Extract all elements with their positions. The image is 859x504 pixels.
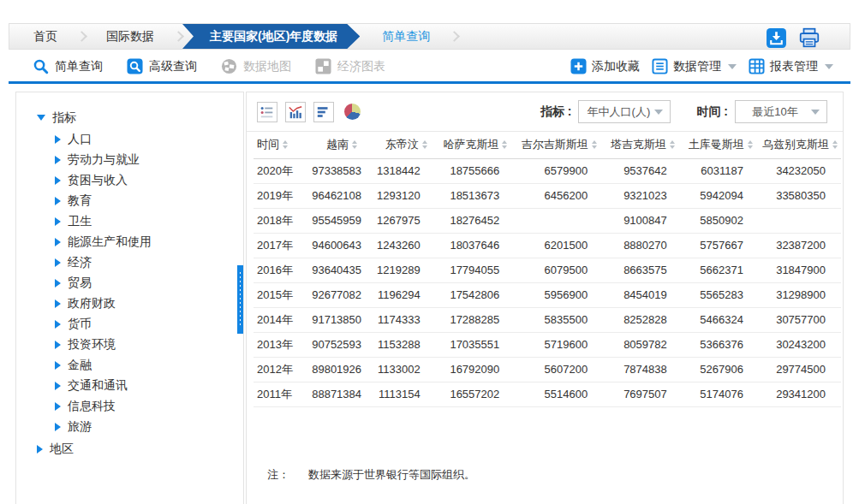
toolbar-simple-query[interactable]: 简单查询 [33, 58, 103, 74]
sidebar-item-7[interactable]: 贸易 [16, 273, 243, 294]
accent-divider [9, 81, 850, 84]
column-label: 土库曼斯坦 [689, 137, 744, 152]
column-header-5[interactable]: 塔吉克斯坦 [603, 132, 683, 158]
column-header-3[interactable]: 哈萨克斯坦 [436, 132, 516, 158]
column-label: 东帝汶 [385, 137, 419, 152]
cell: 18037646 [436, 233, 516, 258]
cell [515, 208, 603, 233]
breadcrumb-home[interactable]: 首页 [9, 24, 66, 49]
toolbar-item-label: 数据地图 [243, 59, 291, 74]
expand-arrow-icon [55, 135, 61, 144]
cell: 8059782 [603, 332, 683, 357]
toolbar-add-favorite[interactable]: 添加收藏 [570, 58, 640, 74]
cell: 90752593 [307, 332, 377, 357]
row-year: 2019年 [254, 183, 307, 208]
sort-icon [352, 140, 357, 149]
expand-arrow-icon [55, 423, 61, 431]
tree-item-label: 经济 [68, 255, 92, 270]
breadcrumb-simple-query[interactable]: 简单查询 [373, 24, 438, 49]
sidebar-item-14[interactable]: 旅游 [16, 417, 243, 437]
table-row: 2011年88871384111315416557202551460076975… [254, 382, 841, 406]
sidebar-root-region[interactable]: 地区 [16, 437, 243, 460]
toolbar-report-management[interactable]: 报表管理 [749, 58, 833, 74]
cell: 5607200 [515, 357, 603, 382]
row-year: 2018年 [254, 208, 307, 233]
breadcrumb-international-data[interactable]: 国际数据 [98, 24, 163, 49]
breadcrumb: 首页 国际数据 主要国家(地区)年度数据 简单查询 [9, 23, 850, 50]
sidebar-item-5[interactable]: 能源生产和使用 [16, 232, 243, 252]
sidebar-root-indicators[interactable]: 指标 [16, 106, 243, 129]
tree-item-label: 交通和通讯 [68, 378, 128, 394]
sidebar-resize-handle[interactable] [237, 265, 243, 334]
sidebar-item-2[interactable]: 贫困与收入 [16, 170, 243, 191]
cell: 34232050 [759, 158, 841, 183]
table-row: 2019年96462108129312018513673645620093210… [254, 183, 841, 208]
column-header-4[interactable]: 吉尔吉斯斯坦 [515, 132, 603, 158]
cell: 29774500 [759, 357, 841, 382]
expand-arrow-icon [55, 320, 61, 329]
indicator-select[interactable]: 年中人口(人) [578, 100, 671, 123]
cell: 5835500 [515, 307, 603, 332]
print-button[interactable] [798, 27, 820, 49]
tree-item-label: 卫生 [68, 214, 92, 229]
list-view-icon[interactable] [257, 102, 277, 122]
column-header-6[interactable]: 土库曼斯坦 [683, 132, 759, 158]
sidebar-item-1[interactable]: 劳动力与就业 [16, 150, 243, 170]
cell: 5466324 [683, 307, 759, 332]
toolbar: 简单查询 高级查询 数据地图 经济图表 [9, 51, 850, 81]
sidebar-item-3[interactable]: 教育 [16, 191, 243, 211]
sidebar-item-11[interactable]: 金融 [16, 355, 243, 376]
sidebar-item-12[interactable]: 交通和通讯 [16, 376, 243, 396]
column-header-1[interactable]: 越南 [307, 132, 377, 158]
search-icon [33, 58, 49, 74]
sidebar-item-13[interactable]: 信息科技 [16, 396, 243, 417]
column-label: 吉尔吉斯斯坦 [522, 137, 588, 152]
chevron-separator-icon [76, 31, 87, 42]
cell: 1267975 [377, 208, 436, 233]
sidebar-item-6[interactable]: 经济 [16, 252, 243, 273]
toolbar-item-label: 高级查询 [149, 59, 197, 74]
cell: 6201500 [515, 233, 603, 258]
table-row: 2012年89801926113300216792090560720078748… [254, 357, 841, 382]
download-button[interactable] [766, 27, 787, 49]
tree-item-label: 贫困与收入 [68, 173, 128, 188]
cell: 1243260 [377, 233, 436, 258]
toolbar-item-label: 报表管理 [770, 59, 818, 74]
sidebar-item-10[interactable]: 投资环境 [16, 335, 243, 355]
sidebar-item-8[interactable]: 政府财政 [16, 294, 243, 314]
sidebar-item-9[interactable]: 货币 [16, 314, 243, 335]
note-text: 数据来源于世界银行等国际组织。 [308, 467, 475, 483]
column-header-7[interactable]: 乌兹别克斯坦 [759, 132, 841, 158]
cell: 5514600 [515, 382, 603, 406]
sidebar-item-0[interactable]: 人口 [16, 129, 243, 150]
sort-icon [670, 140, 675, 149]
controls-bar: 指标 : 年中人口(人) 时间 : 最近10年 [247, 92, 843, 132]
cell: 93640435 [307, 258, 377, 282]
cell: 5757667 [683, 233, 759, 258]
cell: 6031187 [683, 158, 759, 183]
sidebar: 指标 人口劳动力与就业贫困与收入教育卫生能源生产和使用经济贸易政府财政货币投资环… [15, 92, 244, 504]
time-select[interactable]: 最近10年 [735, 100, 827, 123]
hbar-view-icon[interactable] [313, 102, 334, 122]
row-year: 2016年 [254, 258, 307, 282]
column-header-0[interactable]: 时间 [254, 132, 307, 158]
toolbar-data-map: 数据地图 [221, 58, 291, 74]
cell: 33580350 [759, 183, 841, 208]
chevron-separator-icon [173, 31, 184, 42]
document-icon [652, 58, 668, 74]
sidebar-item-4[interactable]: 卫生 [16, 211, 243, 232]
cell: 96462108 [307, 183, 377, 208]
pie-view-icon[interactable] [342, 102, 362, 122]
cell: 31847900 [759, 258, 841, 282]
table-note: 注： 数据来源于世界银行等国际组织。 [267, 467, 475, 483]
tree-item-label: 旅游 [68, 419, 92, 435]
economic-chart-icon [315, 58, 331, 74]
expand-arrow-icon [55, 341, 61, 349]
breadcrumb-active-tab[interactable]: 主要国家(地区)年度数据 [182, 24, 360, 49]
bar-chart-view-icon[interactable] [285, 102, 306, 122]
column-header-2[interactable]: 东帝汶 [377, 132, 436, 158]
toolbar-advanced-query[interactable]: 高级查询 [127, 58, 197, 74]
toolbar-data-management[interactable]: 数据管理 [652, 58, 737, 74]
toolbar-item-label: 添加收藏 [592, 59, 640, 74]
expand-arrow-icon [55, 361, 61, 370]
